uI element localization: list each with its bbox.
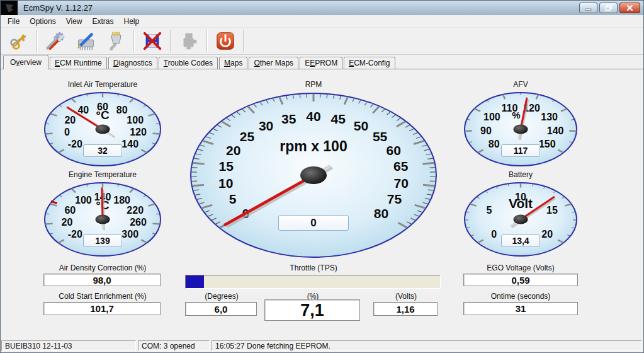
window-title: EcmSpy V. 1.12.27 — [23, 3, 93, 13]
toolbar-separator — [243, 30, 244, 52]
svg-text:5: 5 — [487, 205, 492, 216]
tab-overview[interactable]: Overview — [3, 55, 48, 69]
tools-button[interactable] — [40, 28, 71, 54]
toolbar-separator — [206, 30, 208, 52]
menu-file[interactable]: File — [3, 16, 25, 26]
svg-text:20: 20 — [62, 217, 73, 228]
svg-text:Volt: Volt — [509, 196, 533, 211]
engine-icon — [178, 30, 200, 52]
menu-extras[interactable]: Extras — [88, 16, 119, 26]
menu-view[interactable]: View — [61, 16, 88, 26]
power-button[interactable] — [210, 28, 240, 54]
svg-text:70: 70 — [394, 176, 409, 190]
svg-text:60: 60 — [387, 143, 401, 158]
svg-text:-20: -20 — [68, 139, 82, 149]
svg-text:35: 35 — [281, 112, 297, 126]
app-icon[interactable] — [1, 1, 18, 15]
ontime-value: 31 — [463, 302, 578, 315]
engine-temperature-gauge: Engine Temperature -20206010014018022026… — [42, 170, 164, 258]
gauge-title: Engine Temperature — [42, 170, 164, 180]
connector-button[interactable] — [101, 28, 131, 54]
ecmspy-logo-icon — [4, 3, 15, 14]
svg-text:15: 15 — [546, 205, 558, 216]
svg-text:%: % — [512, 110, 520, 120]
restore-button[interactable] — [599, 3, 618, 13]
gauge-dial: 05101520253035404550556065707580rpm x 10… — [188, 90, 439, 260]
svg-text:80: 80 — [116, 105, 128, 115]
svg-text:80: 80 — [489, 139, 500, 149]
gauge-title: RPM — [188, 80, 439, 90]
ego-voltage-label: EGO Voltage (Volts) — [461, 263, 580, 272]
battery-gauge: Battery 05101520Volt 13,4 — [461, 170, 580, 258]
gauge-value-box: 13,4 — [501, 234, 540, 247]
svg-text:60: 60 — [64, 205, 76, 216]
restore-icon — [605, 4, 613, 11]
connector-icon — [105, 30, 127, 52]
afv-gauge: AFV 8090100110120130140150% 117 — [461, 80, 580, 168]
gauge-title: AFV — [461, 80, 580, 90]
svg-text:100: 100 — [127, 115, 144, 125]
window-controls — [579, 3, 640, 13]
svg-text:0: 0 — [64, 127, 70, 137]
svg-text:0: 0 — [491, 229, 497, 240]
chip-edit-button[interactable] — [71, 28, 101, 54]
tab-trouble-codes[interactable]: Trouble Codes — [159, 57, 218, 69]
svg-text:65: 65 — [393, 159, 409, 173]
svg-text:100: 100 — [75, 195, 92, 205]
svg-text:5: 5 — [229, 192, 237, 206]
svg-text:30: 30 — [259, 119, 273, 133]
menu-help[interactable]: Help — [119, 16, 145, 26]
svg-text:45: 45 — [331, 112, 346, 126]
toolbar-separator — [37, 30, 38, 52]
svg-text:100: 100 — [483, 112, 500, 122]
cold-start-value: 101,7 — [43, 302, 161, 315]
svg-text:75: 75 — [387, 192, 402, 206]
throttle-label: Throttle (TPS) — [186, 263, 441, 272]
gauge-value-box: 117 — [501, 144, 540, 157]
svg-text:20: 20 — [541, 229, 553, 240]
air-density-value: 98,0 — [43, 274, 161, 286]
svg-text:25: 25 — [240, 129, 255, 144]
status-com-port: COM: 3 opened — [138, 340, 210, 351]
svg-text:55: 55 — [373, 129, 388, 144]
menu-options[interactable]: Options — [25, 16, 60, 26]
tab-other-maps[interactable]: Other Maps — [249, 57, 298, 69]
save-cancel-button[interactable] — [137, 28, 167, 54]
status-bar: BUEIB310 12-11-03 COM: 3 opened 16:05:27… — [1, 340, 643, 352]
toolbar-separator — [170, 30, 171, 52]
toolbar — [1, 27, 643, 55]
throttle-progress-bar — [185, 275, 441, 289]
svg-text:rpm x 100: rpm x 100 — [280, 138, 347, 154]
throttle-volts-value: 1,16 — [373, 302, 438, 316]
close-icon — [626, 4, 633, 11]
engine-button-disabled — [174, 28, 204, 54]
tab-diagnostics[interactable]: Diagnostics — [108, 57, 157, 69]
svg-text:10: 10 — [218, 176, 233, 190]
tab-eeprom[interactable]: EEPROM — [300, 57, 342, 69]
ontime-label: Ontime (seconds) — [461, 292, 580, 301]
air-density-label: Air Density Correction (%) — [42, 263, 164, 272]
throttle-volts-label: (Volts) — [373, 292, 439, 301]
svg-text:300: 300 — [121, 229, 138, 240]
svg-text:260: 260 — [130, 217, 147, 228]
svg-text:°C: °C — [96, 108, 110, 122]
status-firmware: BUEIB310 12-11-03 — [1, 340, 136, 351]
minimize-icon — [585, 5, 592, 11]
svg-text:90: 90 — [480, 125, 492, 136]
ego-voltage-value: 0,59 — [463, 274, 578, 286]
close-button[interactable] — [619, 3, 640, 13]
tab-bar: OverviewECM RuntimeDiagnosticsTrouble Co… — [1, 55, 643, 69]
minimize-button[interactable] — [579, 3, 597, 13]
toolbar-separator — [133, 30, 135, 52]
tab-ecm-runtime[interactable]: ECM Runtime — [50, 57, 107, 69]
tab-maps[interactable]: Maps — [219, 57, 247, 69]
tools-icon — [45, 30, 66, 52]
status-message: 16:05:27 Done fetching EEPROM. — [212, 340, 642, 351]
gauge-value-box: 0 — [278, 215, 349, 231]
gauge-title: Battery — [461, 170, 580, 180]
svg-text:50: 50 — [354, 119, 368, 133]
keys-button[interactable] — [4, 28, 34, 54]
overview-page: Inlet Air Temperature -20020406080100120… — [1, 69, 643, 340]
tab-ecm-config[interactable]: ECM-Config — [344, 57, 395, 69]
app-window: EcmSpy V. 1.12.27 File Options View Extr… — [0, 0, 644, 353]
